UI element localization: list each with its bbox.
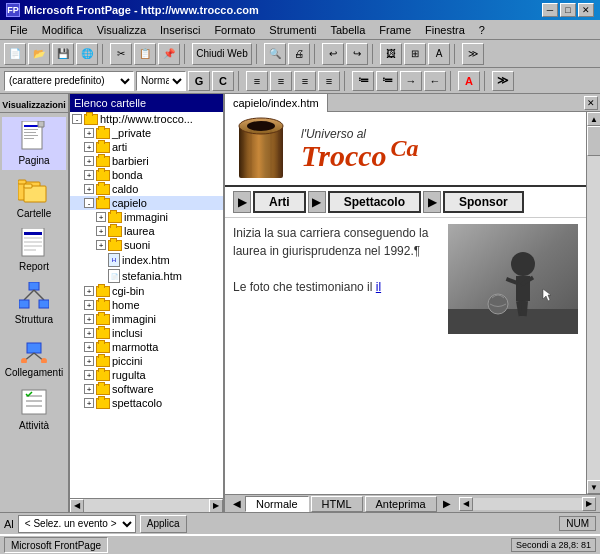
maximize-button[interactable]: □ [560,3,576,17]
table-button[interactable]: ⊞ [404,43,426,65]
list-item[interactable]: - capielo [70,196,223,210]
cut-button[interactable]: ✂ [110,43,132,65]
scroll-right-button[interactable]: ▶ [209,499,223,513]
chiudi-web-button[interactable]: Chiudi Web [192,43,252,65]
list-item[interactable]: + arti [70,140,223,154]
tree-toggle[interactable]: + [84,342,94,352]
taskbar-app-button[interactable]: Microsoft FrontPage [4,537,108,553]
scroll-h-left[interactable]: ◀ [459,497,473,511]
scroll-up-button[interactable]: ▲ [587,112,600,126]
menu-inserisci[interactable]: Inserisci [154,23,206,37]
tree-toggle[interactable]: + [84,398,94,408]
nav-arrow-right[interactable]: ▶ [423,191,441,213]
publish-button[interactable]: 🌐 [76,43,98,65]
copy-button[interactable]: 📋 [134,43,156,65]
tree-toggle[interactable]: + [84,384,94,394]
paste-button[interactable]: 📌 [158,43,180,65]
justify[interactable]: ≡ [318,71,340,91]
list-item[interactable]: + _private [70,126,223,140]
apply-button[interactable]: Applica [140,515,187,533]
view-cartelle[interactable]: Cartelle [2,170,66,223]
list-item[interactable]: + rugulta [70,368,223,382]
content-tab[interactable]: capielo/index.htm [225,94,328,112]
list-item[interactable]: + piccini [70,354,223,368]
tree-toggle[interactable]: - [84,198,94,208]
tree-toggle[interactable]: + [96,226,106,236]
image-button[interactable]: 🖼 [380,43,402,65]
tree-toggle[interactable]: + [84,300,94,310]
menu-formato[interactable]: Formato [208,23,261,37]
menu-tabella[interactable]: Tabella [324,23,371,37]
tree-toggle[interactable]: + [84,184,94,194]
save-button[interactable]: 💾 [52,43,74,65]
num-list-button[interactable]: ≔ [376,71,398,91]
nav-arti-button[interactable]: Arti [253,191,306,213]
redo-button[interactable]: ↪ [346,43,368,65]
tree-toggle[interactable]: + [84,370,94,380]
scroll-h-right[interactable]: ▶ [582,497,596,511]
search-button[interactable]: 🔍 [264,43,286,65]
tree-toggle[interactable]: + [84,156,94,166]
tree-toggle[interactable]: + [84,356,94,366]
menu-frame[interactable]: Frame [373,23,417,37]
more-button[interactable]: ≫ [462,43,484,65]
tree-toggle[interactable]: + [96,240,106,250]
size-select[interactable]: Normale [136,71,186,91]
menu-file[interactable]: File [4,23,34,37]
list-button[interactable]: ≔ [352,71,374,91]
tab-anteprima[interactable]: Anteprima [365,496,437,512]
italic-button[interactable]: C [212,71,234,91]
undo-button[interactable]: ↩ [322,43,344,65]
close-tab-button[interactable]: ✕ [584,96,598,110]
list-item[interactable]: + home [70,298,223,312]
close-button[interactable]: ✕ [578,3,594,17]
nav-spettacolo-button[interactable]: Spettacolo [328,191,421,213]
tree-horizontal-scrollbar[interactable]: ◀ ▶ [70,498,223,512]
list-item[interactable]: H index.htm [70,252,223,268]
menu-strumenti[interactable]: Strumenti [263,23,322,37]
view-struttura[interactable]: Struttura [2,276,66,329]
list-item[interactable]: + spettacolo [70,396,223,410]
tree-toggle[interactable]: + [84,142,94,152]
extra-button[interactable]: A [428,43,450,65]
list-item[interactable]: + bonda [70,168,223,182]
list-item[interactable]: 📄 stefania.htm [70,268,223,284]
view-collegamenti[interactable]: Collegamenti [2,329,66,382]
menu-modifica[interactable]: Modifica [36,23,89,37]
scroll-thumb[interactable] [587,126,600,156]
tab-normale[interactable]: Normale [245,496,309,512]
list-item[interactable]: + software [70,382,223,396]
list-item[interactable]: + barbieri [70,154,223,168]
minimize-button[interactable]: ─ [542,3,558,17]
list-item[interactable]: + caldo [70,182,223,196]
nav-sponsor-button[interactable]: Sponsor [443,191,524,213]
tree-toggle[interactable]: + [84,170,94,180]
tree-toggle-root[interactable]: - [72,114,82,124]
tab-html[interactable]: HTML [311,496,363,512]
print-button[interactable]: 🖨 [288,43,310,65]
bottom-arrow-right[interactable]: ▶ [443,498,451,509]
view-report[interactable]: Report [2,223,66,276]
outdent-button[interactable]: ← [424,71,446,91]
list-item[interactable]: + marmotta [70,340,223,354]
tree-toggle[interactable]: + [84,128,94,138]
site-link[interactable]: il [376,280,381,294]
align-right[interactable]: ≡ [294,71,316,91]
view-attivita[interactable]: Attività [2,382,66,435]
list-item[interactable]: + laurea [70,224,223,238]
view-pagina[interactable]: Pagina [2,117,66,170]
align-center[interactable]: ≡ [270,71,292,91]
list-item[interactable]: + cgi-bin [70,284,223,298]
menu-finestra[interactable]: Finestra [419,23,471,37]
tree-root[interactable]: - http://www.trocco... [70,112,223,126]
event-select[interactable]: < Selez. un evento > [18,515,136,533]
list-item[interactable]: + immagini [70,312,223,326]
tree-toggle[interactable]: + [84,314,94,324]
tree-toggle[interactable]: + [96,212,106,222]
align-left[interactable]: ≡ [246,71,268,91]
tree-toggle[interactable]: + [84,286,94,296]
indent-button[interactable]: → [400,71,422,91]
menu-help[interactable]: ? [473,23,491,37]
scroll-down-button[interactable]: ▼ [587,480,600,494]
bold-button[interactable]: G [188,71,210,91]
